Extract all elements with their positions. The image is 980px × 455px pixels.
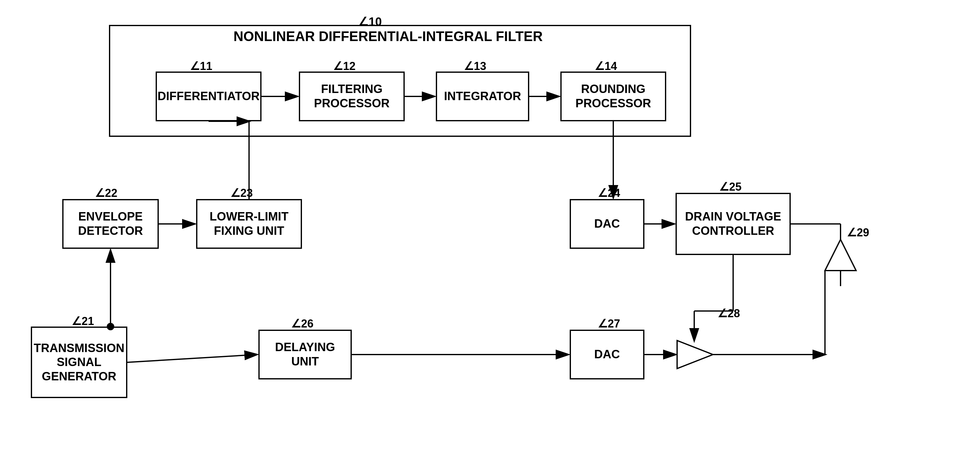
integrator-block: INTEGRATOR <box>436 71 529 121</box>
rounding-ref: ∠14 <box>595 60 617 73</box>
delaying-ref: ∠26 <box>291 317 313 330</box>
ndif-title: NONLINEAR DIFFERENTIAL-INTEGRAL FILTER <box>234 29 542 44</box>
filtering-ref: ∠12 <box>333 60 355 73</box>
svg-text:∠29: ∠29 <box>847 226 869 239</box>
envelope-ref: ∠22 <box>95 187 117 200</box>
dac-bottom-block: DAC <box>570 330 644 379</box>
dac-bottom-ref: ∠27 <box>598 317 620 330</box>
svg-line-12 <box>127 355 257 362</box>
diagram: NONLINEAR DIFFERENTIAL-INTEGRAL FILTER ∠… <box>0 0 980 455</box>
filtering-processor-block: FILTERINGPROCESSOR <box>299 71 405 121</box>
integrator-ref: ∠13 <box>464 60 486 73</box>
svg-marker-15 <box>677 341 713 369</box>
drain-voltage-ref: ∠25 <box>719 181 741 193</box>
drain-voltage-block: DRAIN VOLTAGECONTROLLER <box>676 193 791 255</box>
dac-top-ref: ∠24 <box>598 187 620 200</box>
tx-signal-gen-block: TRANSMISSIONSIGNALGENERATOR <box>31 327 127 398</box>
differentiator-ref: ∠11 <box>190 60 212 73</box>
rounding-processor-block: ROUNDINGPROCESSOR <box>560 71 666 121</box>
envelope-detector-block: ENVELOPEDETECTOR <box>62 199 159 249</box>
differentiator-block: DIFFERENTIATOR <box>156 71 261 121</box>
tx-signal-ref: ∠21 <box>72 315 94 328</box>
lower-limit-block: LOWER-LIMITFIXING UNIT <box>196 199 302 249</box>
svg-marker-21 <box>825 239 856 271</box>
ndif-ref: ∠10 <box>358 15 382 29</box>
lower-limit-ref: ∠23 <box>231 187 253 200</box>
svg-text:∠28: ∠28 <box>718 307 740 320</box>
dac-top-block: DAC <box>570 199 644 249</box>
delaying-unit-block: DELAYINGUNIT <box>258 330 352 379</box>
